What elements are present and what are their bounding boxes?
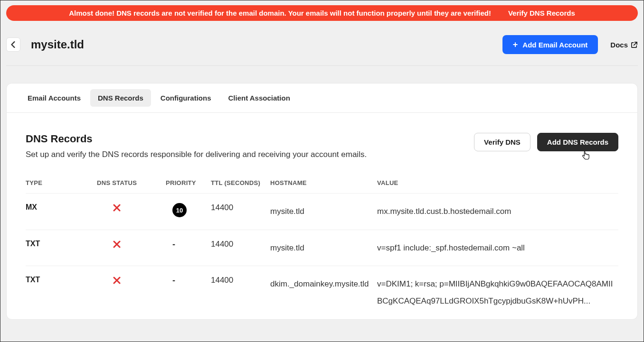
- tab-dns-records[interactable]: DNS Records: [90, 89, 151, 107]
- th-ttl: TTL (SECONDS): [211, 179, 270, 186]
- tab-email-accounts[interactable]: Email Accounts: [20, 89, 88, 107]
- chevron-left-icon: [11, 41, 16, 48]
- th-status: DNS STATUS: [97, 179, 166, 186]
- cell-status: [97, 203, 166, 214]
- x-icon: [113, 203, 121, 213]
- cell-status: [97, 276, 166, 287]
- priority-badge: 10: [172, 203, 187, 217]
- cell-hostname: mysite.tld: [270, 240, 377, 257]
- th-type: TYPE: [26, 179, 97, 186]
- cell-priority: -: [166, 276, 211, 286]
- table-row: MX 10 14400 mysite.tld mx.mysite.tld.cus…: [26, 193, 618, 230]
- section-title: DNS Records: [26, 133, 474, 145]
- alert-message: Almost done! DNS records are not verifie…: [69, 9, 491, 17]
- alert-banner: Almost done! DNS records are not verifie…: [6, 5, 638, 21]
- external-link-icon: [631, 41, 638, 48]
- page-title: mysite.tld: [31, 38, 84, 51]
- cell-priority: -: [166, 240, 211, 250]
- table-row: TXT - 14400 mysite.tld v=spf1 include:_s…: [26, 230, 618, 266]
- plus-icon: +: [513, 40, 518, 49]
- cursor-pointer-icon: [581, 151, 590, 163]
- cell-ttl: 14400: [211, 240, 270, 249]
- table-row: TXT - 14400 dkim._domainkey.mysite.tld v…: [26, 266, 618, 319]
- th-hostname: HOSTNAME: [270, 179, 377, 186]
- cell-status: [97, 240, 166, 250]
- cell-type: TXT: [26, 240, 97, 248]
- cell-ttl: 14400: [211, 203, 270, 213]
- page-header: mysite.tld + Add Email Account Docs: [6, 21, 638, 66]
- back-button[interactable]: [6, 37, 20, 52]
- add-dns-records-button[interactable]: Add DNS Records: [537, 133, 618, 151]
- cell-ttl: 14400: [211, 276, 270, 285]
- x-icon: [113, 240, 121, 250]
- th-priority: PRIORITY: [166, 179, 211, 186]
- priority-dash: -: [172, 240, 175, 249]
- priority-dash: -: [172, 276, 175, 285]
- add-email-account-button[interactable]: + Add Email Account: [502, 35, 598, 54]
- cell-value: v=spf1 include:_spf.hostedemail.com ~all: [377, 240, 618, 257]
- section-header: DNS Records Set up and verify the DNS re…: [7, 113, 637, 165]
- cell-value: v=DKIM1; k=rsa; p=MIIBIjANBgkqhkiG9w0BAQ…: [377, 276, 618, 309]
- cell-value: mx.mysite.tld.cust.b.hostedemail.com: [377, 203, 618, 220]
- docs-link[interactable]: Docs: [610, 41, 638, 49]
- section-description: Set up and verify the DNS records respon…: [26, 150, 474, 159]
- docs-label: Docs: [610, 41, 628, 49]
- table-header-row: TYPE DNS STATUS PRIORITY TTL (SECONDS) H…: [26, 179, 618, 193]
- cell-hostname: mysite.tld: [270, 203, 377, 220]
- tab-client-association[interactable]: Client Association: [221, 89, 298, 107]
- verify-dns-button[interactable]: Verify DNS: [474, 133, 530, 151]
- th-value: VALUE: [377, 179, 618, 186]
- dns-records-table: TYPE DNS STATUS PRIORITY TTL (SECONDS) H…: [7, 179, 637, 319]
- add-email-label: Add Email Account: [522, 41, 587, 49]
- cell-hostname: dkim._domainkey.mysite.tld: [270, 276, 377, 293]
- main-card: Email Accounts DNS Records Configuration…: [6, 83, 638, 320]
- cell-type: TXT: [26, 276, 97, 284]
- verify-dns-records-link[interactable]: Verify DNS Records: [508, 9, 575, 17]
- tab-configurations[interactable]: Configurations: [153, 89, 219, 107]
- cell-type: MX: [26, 203, 97, 212]
- x-icon: [113, 276, 121, 286]
- tabs: Email Accounts DNS Records Configuration…: [7, 83, 637, 113]
- cell-priority: 10: [166, 203, 211, 217]
